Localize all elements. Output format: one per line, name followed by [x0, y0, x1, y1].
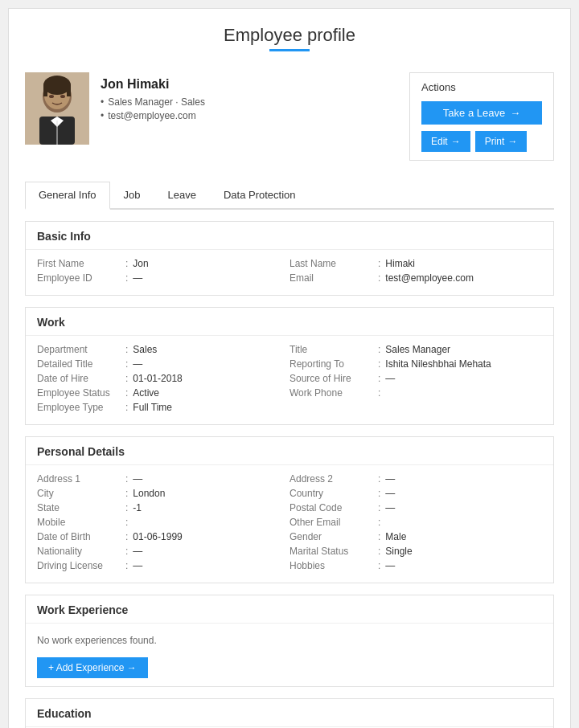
address2-value: — [385, 473, 395, 485]
email-value: test@employee.com [385, 272, 474, 284]
field-mobile: Mobile : [37, 517, 290, 528]
field-emp-status: Employee Status : Active [37, 387, 290, 399]
address1-label: Address 1 [37, 473, 125, 485]
basic-info-right: Last Name : Himaki Email : test@employee… [290, 258, 542, 287]
title-underline [269, 49, 310, 51]
tab-data-protection[interactable]: Data Protection [210, 182, 310, 208]
bullet-icon: • [101, 96, 104, 108]
work-experience-section: Work Experience No work experiences foun… [25, 595, 554, 687]
work-fields: Department : Sales Detailed Title : — Da… [37, 344, 542, 416]
address1-value: — [133, 473, 142, 485]
work-experience-title: Work Experience [26, 595, 553, 624]
work-body: Department : Sales Detailed Title : — Da… [26, 336, 553, 424]
actions-title: Actions [421, 81, 542, 93]
profile-left: Jon Himaki • Sales Manager · Sales • tes… [25, 72, 205, 145]
employeeid-value: — [133, 272, 142, 284]
tab-general-info[interactable]: General Info [25, 182, 110, 210]
field-date-hire: Date of Hire : 01-01-2018 [37, 373, 290, 384]
field-title: Title : Sales Manager [290, 344, 542, 355]
firstname-label: First Name [37, 258, 125, 269]
profile-info: Jon Himaki • Sales Manager · Sales • tes… [101, 72, 205, 124]
hobbies-label: Hobbies [290, 560, 378, 571]
edit-button[interactable]: Edit [421, 131, 470, 152]
svg-rect-4 [43, 85, 47, 96]
source-hire-label: Source of Hire [290, 373, 378, 384]
field-gender: Gender : Male [290, 531, 542, 542]
print-button[interactable]: Print [475, 131, 528, 152]
personal-right: Address 2 : — Country : — Postal Code : … [290, 473, 542, 575]
field-nationality: Nationality : — [37, 546, 290, 557]
email-label: Email [290, 272, 378, 284]
dob-value: 01-06-1999 [133, 531, 182, 542]
state-value: -1 [133, 502, 142, 513]
date-hire-label: Date of Hire [37, 373, 125, 384]
detailed-title-value: — [133, 358, 142, 370]
svg-rect-5 [67, 85, 71, 96]
field-emp-type: Employee Type : Full Time [37, 402, 290, 413]
add-experience-button[interactable]: + Add Experience → [37, 657, 148, 678]
personal-details-body: Address 1 : — City : London State : -1 [26, 465, 553, 583]
emp-status-value: Active [133, 387, 159, 399]
field-reporting-to: Reporting To : Ishita Nileshbhai Mehata [290, 358, 542, 370]
title-value: Sales Manager [385, 344, 450, 355]
city-value: London [133, 488, 165, 499]
source-hire-value: — [385, 373, 395, 384]
lastname-label: Last Name [290, 258, 378, 269]
education-section: Education No education information found… [25, 698, 554, 728]
tab-leave[interactable]: Leave [154, 182, 210, 208]
field-marital-status: Marital Status : Single [290, 546, 542, 557]
avatar [25, 72, 89, 145]
profile-header: Jon Himaki • Sales Manager · Sales • tes… [25, 64, 554, 169]
title-label: Title [290, 344, 378, 355]
driving-license-value: — [133, 560, 142, 571]
education-title: Education [26, 699, 553, 727]
field-source-hire: Source of Hire : — [290, 373, 542, 384]
driving-license-label: Driving License [37, 560, 125, 571]
gender-label: Gender [290, 531, 378, 542]
dob-label: Date of Birth [37, 531, 125, 542]
svg-point-9 [49, 95, 54, 98]
postal-label: Postal Code [290, 502, 378, 513]
gender-value: Male [385, 531, 406, 542]
field-firstname: First Name : Jon [37, 258, 290, 269]
reporting-label: Reporting To [290, 358, 378, 370]
tab-job[interactable]: Job [110, 182, 154, 208]
city-label: City [37, 488, 125, 499]
actions-row: Edit Print [421, 131, 542, 152]
personal-details-section: Personal Details Address 1 : — City : Lo… [25, 436, 554, 583]
employeeid-label: Employee ID [37, 272, 125, 284]
field-postal: Postal Code : — [290, 502, 542, 513]
email-icon: • [101, 110, 104, 121]
work-left: Department : Sales Detailed Title : — Da… [37, 344, 290, 416]
work-right: Title : Sales Manager Reporting To : Ish… [290, 344, 542, 416]
basic-info-fields: First Name : Jon Employee ID : — Last Na… [37, 258, 542, 287]
field-department: Department : Sales [37, 344, 290, 355]
actions-box: Actions Take a Leave Edit Print [409, 72, 554, 161]
address2-label: Address 2 [290, 473, 378, 485]
svg-point-3 [43, 76, 71, 95]
work-phone-label: Work Phone [290, 387, 378, 399]
tabs: General Info Job Leave Data Protection [25, 182, 554, 210]
field-address1: Address 1 : — [37, 473, 290, 485]
marital-status-label: Marital Status [290, 546, 378, 557]
profile-role: • Sales Manager · Sales [101, 96, 205, 108]
country-value: — [385, 488, 395, 499]
detailed-title-label: Detailed Title [37, 358, 125, 370]
field-lastname: Last Name : Himaki [290, 258, 542, 269]
dept-label: Department [37, 344, 125, 355]
profile-email: • test@employee.com [101, 110, 205, 121]
hobbies-value: — [385, 560, 395, 571]
field-dob: Date of Birth : 01-06-1999 [37, 531, 290, 542]
page-container: Employee profile [8, 8, 571, 728]
other-email-label: Other Email [290, 517, 378, 528]
field-state: State : -1 [37, 502, 290, 513]
mobile-label: Mobile [37, 517, 125, 528]
work-title: Work [26, 308, 553, 336]
field-hobbies: Hobbies : — [290, 560, 542, 571]
field-country: Country : — [290, 488, 542, 499]
firstname-value: Jon [133, 258, 148, 269]
dept-value: Sales [133, 344, 157, 355]
field-detailed-title: Detailed Title : — [37, 358, 290, 370]
take-leave-button[interactable]: Take a Leave [421, 101, 542, 125]
emp-type-value: Full Time [133, 402, 172, 413]
